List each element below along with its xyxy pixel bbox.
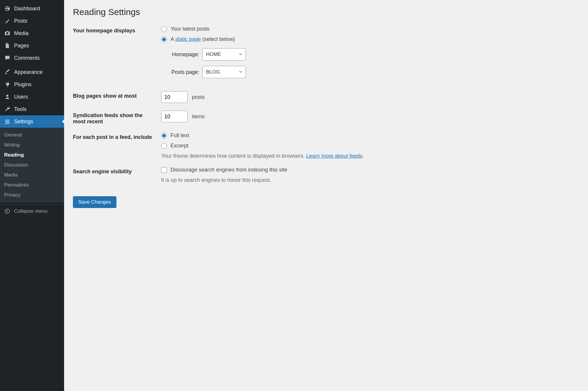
sidebar-item-pages[interactable]: Pages — [0, 39, 64, 52]
sidebar-item-label: Settings — [14, 119, 33, 125]
chevron-down-icon — [238, 52, 243, 57]
main-content: Reading Settings Your homepage displays … — [64, 0, 588, 391]
sidebar-item-label: Dashboard — [14, 6, 40, 12]
syndication-unit: items — [192, 114, 205, 119]
homepage-select-label: Homepage: — [161, 51, 199, 58]
blog-pages-label: Blog pages show at most — [73, 91, 161, 99]
learn-more-feeds-link[interactable]: Learn more about feeds — [306, 153, 363, 159]
collapse-icon — [4, 208, 11, 214]
pin-icon — [4, 18, 11, 24]
user-icon — [4, 94, 11, 100]
chevron-down-icon — [238, 70, 243, 75]
sidebar-item-plugins[interactable]: Plugins — [0, 78, 64, 91]
save-changes-button[interactable]: Save Changes — [73, 196, 116, 208]
search-visibility-description: It is up to search engines to honor this… — [161, 177, 579, 183]
discourage-checkbox-row[interactable]: Discourage search engines from indexing … — [161, 167, 579, 173]
camera-icon — [4, 30, 11, 36]
syndication-input[interactable] — [161, 111, 188, 122]
sidebar-item-settings[interactable]: Settings — [0, 115, 64, 128]
submenu-item-general[interactable]: General — [0, 130, 64, 140]
sidebar-item-label: Appearance — [14, 69, 43, 75]
page-title: Reading Settings — [73, 7, 579, 17]
radio-excerpt[interactable]: Excerpt — [161, 143, 579, 149]
homepage-select-value: HOME — [206, 51, 221, 57]
submenu-item-media[interactable]: Media — [0, 170, 64, 180]
submenu-item-writing[interactable]: Writing — [0, 140, 64, 150]
radio-static-page-input[interactable] — [161, 36, 167, 42]
comment-icon — [4, 55, 11, 61]
sidebar-item-media[interactable]: Media — [0, 27, 64, 39]
sidebar-item-label: Tools — [14, 106, 26, 112]
submenu-item-permalinks[interactable]: Permalinks — [0, 180, 64, 190]
settings-submenu: General Writing Reading Discussion Media… — [0, 128, 64, 202]
postspage-select-value: BLOG — [206, 69, 220, 75]
search-visibility-label: Search engine visibility — [73, 167, 161, 175]
sidebar-item-label: Media — [14, 30, 29, 36]
sidebar-item-comments[interactable]: Comments — [0, 52, 64, 64]
admin-sidebar: Dashboard Posts Media Pages Comments — [0, 0, 64, 391]
radio-latest-posts-input[interactable] — [161, 26, 167, 32]
feed-include-description: Your theme determines how content is dis… — [161, 153, 579, 159]
sidebar-item-label: Plugins — [14, 81, 31, 88]
plug-icon — [4, 81, 11, 88]
collapse-label: Collapse menu — [14, 208, 47, 214]
sidebar-item-dashboard[interactable]: Dashboard — [0, 2, 64, 15]
homepage-select[interactable]: HOME — [202, 48, 246, 61]
feed-include-label: For each post in a feed, include — [73, 132, 161, 140]
discourage-checkbox-label: Discourage search engines from indexing … — [171, 167, 287, 173]
homepage-displays-label: Your homepage displays — [73, 26, 161, 34]
svg-point-0 — [5, 209, 10, 214]
brush-icon — [4, 69, 11, 75]
sliders-icon — [4, 118, 11, 125]
postspage-select-label: Posts page: — [161, 69, 199, 75]
collapse-menu-button[interactable]: Collapse menu — [0, 204, 64, 218]
discourage-checkbox[interactable] — [161, 167, 167, 173]
blog-pages-unit: posts — [192, 94, 205, 100]
sidebar-item-appearance[interactable]: Appearance — [0, 66, 64, 78]
sidebar-item-users[interactable]: Users — [0, 91, 64, 103]
radio-full-text-input[interactable] — [161, 133, 167, 139]
postspage-select[interactable]: BLOG — [202, 66, 246, 78]
dashboard-icon — [4, 5, 11, 12]
sidebar-item-label: Posts — [14, 18, 27, 24]
submenu-item-discussion[interactable]: Discussion — [0, 160, 64, 170]
radio-full-text[interactable]: Full text — [161, 132, 579, 139]
blog-pages-input[interactable] — [161, 91, 188, 103]
submenu-item-privacy[interactable]: Privacy — [0, 190, 64, 200]
syndication-label: Syndication feeds show the most recent — [73, 111, 161, 125]
submenu-item-reading[interactable]: Reading — [0, 150, 64, 160]
radio-static-page-label: A static page (select below) — [171, 36, 235, 42]
radio-latest-posts-label: Your latest posts — [171, 26, 209, 32]
sidebar-item-posts[interactable]: Posts — [0, 15, 64, 27]
sidebar-item-tools[interactable]: Tools — [0, 103, 64, 115]
radio-excerpt-input[interactable] — [161, 143, 167, 149]
sidebar-item-label: Users — [14, 94, 28, 100]
sidebar-item-label: Pages — [14, 43, 29, 49]
radio-latest-posts[interactable]: Your latest posts — [161, 26, 579, 32]
radio-full-text-label: Full text — [171, 132, 189, 139]
radio-static-page[interactable]: A static page (select below) — [161, 36, 579, 42]
page-icon — [4, 42, 11, 49]
sidebar-item-label: Comments — [14, 55, 40, 61]
static-page-link[interactable]: static page — [175, 36, 201, 42]
wrench-icon — [4, 106, 11, 112]
radio-excerpt-label: Excerpt — [171, 143, 188, 149]
